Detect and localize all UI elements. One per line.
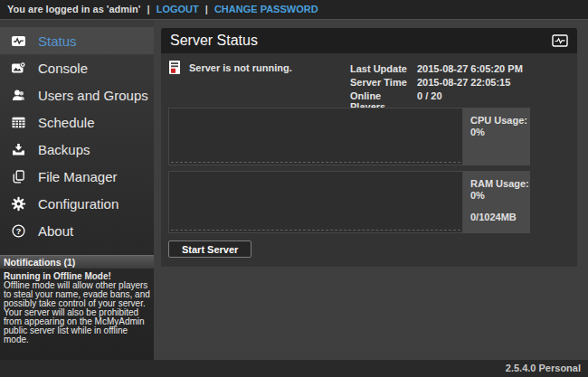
server-status-panel: Server Status Server is not running. Las… [161, 28, 577, 267]
notification-item: Running in Offline Mode! Offline mode wi… [0, 270, 154, 344]
server-stopped-icon [168, 60, 181, 75]
sidebar-item-users-and-groups[interactable]: Users and Groups [0, 81, 154, 108]
sidebar-item-label: Backups [38, 142, 90, 157]
cpu-usage-value: 0% [470, 127, 530, 138]
ram-usage-box: RAM Usage: 0% 0/1024MB [463, 171, 530, 233]
start-server-button[interactable]: Start Server [168, 240, 251, 258]
status-icon [11, 33, 26, 49]
cpu-usage-box: CPU Usage: 0% [463, 108, 530, 165]
sidebar-item-label: Users and Groups [38, 88, 148, 103]
ram-usage-chart [168, 171, 463, 233]
question-icon: ? [11, 223, 26, 239]
ram-usage-detail: 0/1024MB [470, 212, 530, 223]
sidebar-item-configuration[interactable]: Configuration [0, 190, 154, 217]
svg-text:?: ? [16, 226, 22, 235]
sidebar-item-schedule[interactable]: Schedule [0, 108, 154, 136]
separator: | [147, 4, 150, 14]
sidebar-item-status[interactable]: Status [0, 27, 154, 54]
cpu-usage-chart [168, 108, 463, 165]
main-area: Server Status Server is not running. Las… [154, 19, 588, 360]
separator: | [205, 4, 208, 14]
sidebar-item-label: Schedule [38, 115, 95, 130]
backups-icon [11, 142, 26, 157]
change-password-link[interactable]: CHANGE PASSWORD [214, 4, 318, 14]
topbar: You are logged in as 'admin' | LOGOUT | … [0, 0, 588, 19]
notification-text: Offline mode will allow other players to… [4, 281, 150, 344]
schedule-icon [11, 115, 26, 130]
sidebar-item-label: Console [38, 61, 88, 76]
cpu-usage-label: CPU Usage: [470, 115, 530, 127]
server-info: Last Update 2015-08-27 6:05:20 PM Server… [350, 63, 523, 112]
sidebar: Status Console Users and Groups Schedule [0, 19, 154, 360]
info-label: Last Update [350, 63, 417, 74]
logged-in-text: You are logged in as 'admin' [7, 4, 140, 14]
panel-body: Server is not running. Last Update 2015-… [161, 53, 577, 267]
info-value: 2015-08-27 6:05:20 PM [417, 63, 523, 74]
panel-header: Server Status [161, 28, 577, 53]
sidebar-item-label: File Manager [38, 169, 118, 184]
sidebar-item-label: Status [38, 33, 77, 49]
sidebar-item-backups[interactable]: Backups [0, 136, 154, 163]
info-value: 2015-08-27 22:05:15 [417, 77, 523, 88]
sidebar-nav: Status Console Users and Groups Schedule [0, 27, 154, 244]
footer: 2.5.4.0 Personal [0, 360, 588, 377]
ram-usage-group: RAM Usage: 0% 0/1024MB [168, 171, 530, 233]
notifications-header: Notifications (1) [0, 255, 154, 269]
sidebar-item-label: About [38, 223, 73, 239]
ram-usage-label: RAM Usage: [470, 178, 530, 190]
cpu-usage-group: CPU Usage: 0% [168, 108, 530, 165]
users-icon [11, 88, 26, 103]
version-text: 2.5.4.0 Personal [506, 363, 581, 373]
status-icon [552, 34, 568, 47]
info-label: Server Time [350, 77, 417, 88]
server-status-message: Server is not running. [168, 60, 292, 75]
sidebar-item-console[interactable]: Console [0, 54, 154, 81]
server-status-text: Server is not running. [189, 62, 292, 73]
gear-icon [11, 196, 26, 212]
sidebar-item-file-manager[interactable]: File Manager [0, 163, 154, 190]
sidebar-item-about[interactable]: ? About [0, 217, 154, 244]
ram-usage-value: 0% [470, 190, 530, 202]
page-title: Server Status [170, 33, 258, 49]
logout-link[interactable]: LOGOUT [156, 4, 199, 14]
console-icon [11, 61, 26, 76]
sidebar-item-label: Configuration [38, 196, 119, 212]
file-manager-icon [11, 169, 26, 184]
